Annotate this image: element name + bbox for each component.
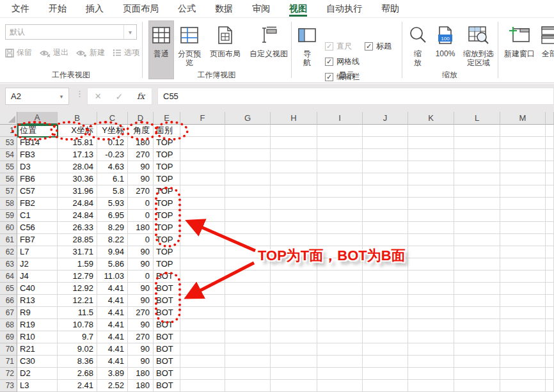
cell-G67[interactable]	[225, 307, 271, 319]
cell-C58[interactable]: 5.93	[97, 198, 128, 210]
cell-B66[interactable]: 12.21	[58, 295, 97, 307]
cell-H58[interactable]	[271, 198, 317, 210]
column-header-K[interactable]: K	[408, 112, 454, 125]
cell-M69[interactable]	[500, 331, 546, 343]
cell-J69[interactable]	[363, 331, 408, 343]
cell-H63[interactable]	[271, 258, 317, 270]
cell-G70[interactable]	[225, 343, 271, 356]
cell-L56[interactable]	[454, 173, 500, 185]
cell-L57[interactable]	[454, 185, 500, 198]
cell-E55[interactable]: TOP	[154, 161, 180, 173]
cell-M73[interactable]	[500, 380, 546, 392]
cell-C53[interactable]: 0.12	[97, 137, 128, 149]
cell-E66[interactable]: BOT	[154, 295, 180, 307]
row-header-65[interactable]: 65	[0, 283, 17, 295]
cell-B64[interactable]: 12.79	[58, 270, 97, 283]
cell-G71[interactable]	[225, 356, 271, 368]
keep-sheet-view-button[interactable]: 保留	[5, 47, 32, 58]
cell-F66[interactable]	[180, 295, 225, 307]
cell-A64[interactable]: J4	[17, 270, 58, 283]
cell-A59[interactable]: C1	[17, 210, 58, 222]
cell-D1[interactable]: 角度	[128, 125, 154, 137]
row-header-55[interactable]: 55	[0, 161, 17, 173]
cell-A54[interactable]: FB3	[17, 149, 58, 161]
cell-F67[interactable]	[180, 307, 225, 319]
cell-J63[interactable]	[363, 258, 408, 270]
tab-formulas[interactable]: 公式	[178, 0, 196, 17]
cell-K63[interactable]	[408, 258, 454, 270]
cell-I69[interactable]	[317, 331, 363, 343]
cell-M67[interactable]	[500, 307, 546, 319]
cell-K66[interactable]	[408, 295, 454, 307]
cell-H1[interactable]	[271, 125, 317, 137]
cell-L72[interactable]	[454, 368, 500, 380]
cell-I62[interactable]	[317, 246, 363, 258]
cell-L69[interactable]	[454, 331, 500, 343]
cell-G63[interactable]	[225, 258, 271, 270]
cell-E70[interactable]: BOT	[154, 343, 180, 356]
cell-F55[interactable]	[180, 161, 225, 173]
cell-G55[interactable]	[225, 161, 271, 173]
row-header-69[interactable]: 69	[0, 331, 17, 343]
cell-D70[interactable]: 90	[128, 343, 154, 356]
cell-D71[interactable]: 90	[128, 356, 154, 368]
cell-J73[interactable]	[363, 380, 408, 392]
row-header-73[interactable]: 73	[0, 380, 17, 392]
cell-B72[interactable]: 2.68	[58, 368, 97, 380]
cell-H73[interactable]	[271, 380, 317, 392]
cell-D69[interactable]: 270	[128, 331, 154, 343]
cell-I70[interactable]	[317, 343, 363, 356]
cell-H55[interactable]	[271, 161, 317, 173]
cell-D55[interactable]: 90	[128, 161, 154, 173]
gridlines-checkbox[interactable]: ✓ 网格线	[325, 56, 360, 67]
cell-A58[interactable]: FB2	[17, 198, 58, 210]
cell-A73[interactable]: L3	[17, 380, 58, 392]
cell-A56[interactable]: FB6	[17, 173, 58, 185]
new-window-button[interactable]: 新建窗口	[503, 20, 536, 79]
cell-F62[interactable]	[180, 246, 225, 258]
cell-J59[interactable]	[363, 210, 408, 222]
cell-D65[interactable]: 90	[128, 283, 154, 295]
cell-G72[interactable]	[225, 368, 271, 380]
cell-A63[interactable]: J2	[17, 258, 58, 270]
cell-L71[interactable]	[454, 356, 500, 368]
column-header-L[interactable]: L	[454, 112, 500, 125]
cell-I59[interactable]	[317, 210, 363, 222]
cell-B69[interactable]: 9.7	[58, 331, 97, 343]
row-header-53[interactable]: 53	[0, 137, 17, 149]
exit-sheet-view-button[interactable]: 退出	[40, 47, 68, 58]
cell-F58[interactable]	[180, 198, 225, 210]
cell-C1[interactable]: Y坐标	[97, 125, 128, 137]
row-header-70[interactable]: 70	[0, 343, 17, 356]
cell-C63[interactable]: 5.86	[97, 258, 128, 270]
cell-J67[interactable]	[363, 307, 408, 319]
tab-page-layout[interactable]: 页面布局	[123, 0, 159, 17]
cell-G60[interactable]	[225, 222, 271, 234]
cell-B67[interactable]: 11.5	[58, 307, 97, 319]
cell-B65[interactable]: 12.92	[58, 283, 97, 295]
cell-L60[interactable]	[454, 222, 500, 234]
cell-B68[interactable]: 10.78	[58, 319, 97, 331]
cell-E63[interactable]: TOP	[154, 258, 180, 270]
cell-I56[interactable]	[317, 173, 363, 185]
row-header-54[interactable]: 54	[0, 149, 17, 161]
cell-B59[interactable]: 24.84	[58, 210, 97, 222]
tab-automate[interactable]: 自动执行	[326, 0, 362, 17]
cell-F54[interactable]	[180, 149, 225, 161]
cell-E58[interactable]: TOP	[154, 198, 180, 210]
cell-H57[interactable]	[271, 185, 317, 198]
cell-F57[interactable]	[180, 185, 225, 198]
cell-F53[interactable]	[180, 137, 225, 149]
cell-E73[interactable]: BOT	[154, 380, 180, 392]
cell-J62[interactable]	[363, 246, 408, 258]
row-header-71[interactable]: 71	[0, 356, 17, 368]
cell-F59[interactable]	[180, 210, 225, 222]
cell-M68[interactable]	[500, 319, 546, 331]
cell-H66[interactable]	[271, 295, 317, 307]
cell-K61[interactable]	[408, 234, 454, 246]
sheet-view-preset-dropdown[interactable]: 默认 ▾	[5, 24, 137, 40]
cell-L63[interactable]	[454, 258, 500, 270]
cell-K69[interactable]	[408, 331, 454, 343]
cell-J71[interactable]	[363, 356, 408, 368]
cell-B58[interactable]: 24.84	[58, 198, 97, 210]
